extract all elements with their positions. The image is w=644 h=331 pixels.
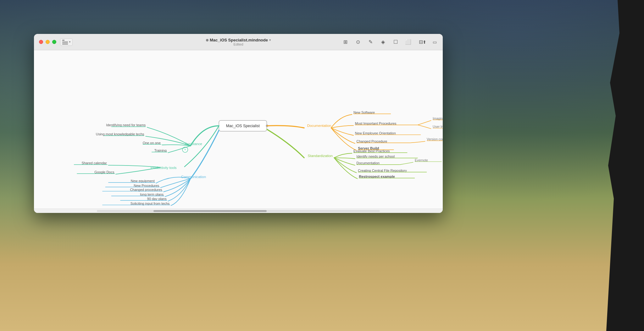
window-title: Mac_iOS Specialist.mindnode ▾ [206, 38, 271, 42]
branch-icon[interactable]: ✎ [367, 39, 374, 45]
sidebar-toggle-button[interactable]: ▾ [60, 38, 73, 46]
mindmap-canvas[interactable]: Mac_iOS Specialist Assistance + Identify… [34, 50, 443, 209]
svg-text:New Software: New Software [353, 111, 375, 114]
svg-text:Documentation: Documentation [357, 161, 380, 165]
svg-text:New equipment: New equipment [131, 179, 155, 183]
title-area: Mac_iOS Specialist.mindnode ▾ Edited [206, 38, 271, 46]
svg-text:User Imports: User Imports [433, 125, 443, 128]
svg-text:Standardization: Standardization [308, 154, 333, 158]
svg-text:Version control: Version control [427, 138, 443, 141]
focus-icon[interactable]: ⊙ [355, 39, 361, 45]
chevron-down-icon: ▾ [69, 41, 70, 43]
svg-text:Communication: Communication [181, 175, 206, 179]
filename-label: Mac_iOS Specialist.mindnode [210, 38, 268, 42]
horizontal-scrollbar[interactable] [34, 209, 443, 213]
svg-text:Training: Training [154, 149, 167, 152]
svg-text:Google Docs: Google Docs [94, 170, 114, 174]
chevron-title-icon[interactable]: ▾ [269, 38, 271, 42]
toolbar-right: ⬆ ▭ [421, 39, 438, 45]
svg-text:One on one: One on one [143, 141, 161, 145]
svg-text:New Employee Orientation: New Employee Orientation [355, 131, 396, 135]
toolbar-icons: ⊞ ⊙ ✎ ◈ ☐ ⬜ ⊟ [342, 39, 424, 45]
edited-label: Edited [206, 42, 271, 46]
scrollbar-thumb[interactable] [153, 210, 267, 212]
app-window: ▾ Mac_iOS Specialist.mindnode ▾ Edited ⊞… [34, 34, 443, 213]
edited-dot [206, 39, 208, 41]
svg-text:Most Important Procedures: Most Important Procedures [355, 122, 397, 125]
scrollbar-track [97, 210, 380, 212]
svg-text:Using most knowledgable techs: Using most knowledgable techs [96, 132, 144, 136]
titlebar: ▾ Mac_iOS Specialist.mindnode ▾ Edited ⊞… [34, 34, 443, 50]
center-node-label[interactable]: Mac_iOS Specialist [226, 124, 260, 128]
svg-text:Creating Central File Reposito: Creating Central File Repository [358, 169, 407, 172]
document-icon[interactable]: ☐ [392, 39, 399, 45]
svg-text:Identifying need for teams: Identifying need for teams [106, 123, 146, 127]
sidebar-icon [62, 40, 68, 44]
close-button[interactable] [39, 40, 43, 44]
svg-text:New Procedures: New Procedures [134, 184, 159, 187]
svg-text:Identify needs per school: Identify needs per school [357, 155, 395, 158]
svg-text:Changed Procedure: Changed Procedure [357, 139, 387, 143]
photo-icon[interactable]: ⬜ [405, 39, 411, 45]
traffic-lights [39, 40, 56, 44]
svg-text:Restrospect example: Restrospect example [359, 175, 395, 178]
svg-text:long term plans: long term plans [140, 193, 164, 196]
svg-text:Imaging: Imaging [433, 117, 443, 120]
svg-text:Evaluate Best Practices: Evaluate Best Practices [353, 149, 390, 153]
svg-text:Shared calendar: Shared calendar [81, 161, 107, 165]
minimize-button[interactable] [46, 40, 50, 44]
share-icon[interactable]: ⬆ [421, 39, 428, 45]
tag-icon[interactable]: ◈ [380, 39, 386, 45]
svg-text:Soliciting input from techs: Soliciting input from techs [130, 202, 170, 205]
svg-text:Evernote: Evernote [415, 159, 428, 162]
maximize-button[interactable] [52, 40, 56, 44]
svg-text:+: + [184, 148, 186, 151]
mindmap-svg: Mac_iOS Specialist Assistance + Identify… [34, 50, 443, 209]
grid-icon[interactable]: ⊞ [342, 39, 348, 45]
svg-text:Documentation: Documentation [307, 124, 331, 128]
split-view-icon[interactable]: ▭ [431, 39, 438, 45]
svg-text:Changed procedures: Changed procedures [130, 188, 162, 192]
svg-text:90 day plans: 90 day plans [147, 197, 167, 201]
